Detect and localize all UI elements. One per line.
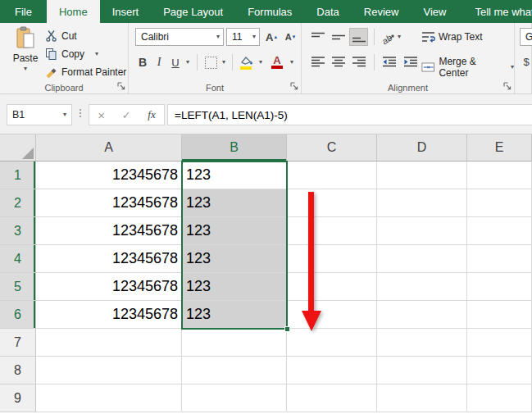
cell-E4[interactable] bbox=[467, 245, 532, 273]
cell-A3[interactable]: 12345678 bbox=[36, 217, 182, 245]
tab-insert[interactable]: Insert bbox=[100, 0, 152, 23]
paste-button[interactable]: Paste ▾ bbox=[5, 26, 46, 90]
row-header-6[interactable]: 6 bbox=[0, 301, 36, 329]
insert-function-icon[interactable]: fx bbox=[148, 108, 155, 121]
wrap-text-button[interactable]: Wrap Text bbox=[421, 30, 483, 43]
cell-D6[interactable] bbox=[377, 301, 467, 329]
format-painter-button[interactable]: Format Painter bbox=[45, 65, 126, 79]
cell-A1[interactable]: 12345678 bbox=[36, 162, 182, 189]
cell-A9[interactable] bbox=[36, 384, 182, 412]
cell-D4[interactable] bbox=[377, 245, 467, 273]
cell-D1[interactable] bbox=[377, 162, 467, 189]
bottom-align-button[interactable] bbox=[349, 28, 368, 46]
decrease-font-size-button[interactable]: A▾ bbox=[281, 28, 299, 46]
number-format-combo[interactable]: Ge bbox=[520, 28, 532, 46]
cut-button[interactable]: Cut bbox=[45, 29, 126, 43]
cell-D2[interactable] bbox=[377, 189, 467, 217]
column-header-C[interactable]: C bbox=[287, 134, 377, 162]
cell-B4[interactable]: 123 bbox=[182, 245, 287, 273]
row-header-8[interactable]: 8 bbox=[0, 357, 36, 384]
cell-C9[interactable] bbox=[287, 384, 377, 412]
cell-C3[interactable] bbox=[287, 217, 377, 245]
font-size-caret-icon[interactable]: ▾ bbox=[252, 34, 256, 40]
cell-D9[interactable] bbox=[377, 384, 467, 412]
clipboard-dialog-launcher[interactable] bbox=[117, 82, 125, 90]
cell-E1[interactable] bbox=[467, 162, 532, 189]
cell-A2[interactable]: 12345678 bbox=[36, 189, 182, 217]
copy-dropdown-caret-icon[interactable]: ▾ bbox=[95, 51, 98, 57]
paste-dropdown-caret-icon[interactable]: ▾ bbox=[24, 66, 27, 72]
row-header-9[interactable]: 9 bbox=[0, 384, 36, 412]
middle-align-button[interactable] bbox=[329, 28, 348, 46]
fill-color-button[interactable] bbox=[237, 52, 255, 72]
font-color-button[interactable]: A bbox=[268, 52, 286, 72]
cell-B7[interactable] bbox=[182, 329, 287, 357]
tab-page-layout[interactable]: Page Layout bbox=[151, 0, 235, 23]
cell-E6[interactable] bbox=[467, 301, 532, 329]
cell-C6[interactable] bbox=[287, 301, 377, 329]
increase-indent-button[interactable] bbox=[401, 52, 420, 71]
row-header-4[interactable]: 4 bbox=[0, 245, 36, 273]
tab-formulas[interactable]: Formulas bbox=[235, 0, 304, 23]
column-header-E[interactable]: E bbox=[467, 134, 532, 162]
cell-B6[interactable]: 123 bbox=[182, 301, 287, 329]
cell-D3[interactable] bbox=[377, 217, 467, 245]
tab-file[interactable]: File bbox=[0, 0, 47, 23]
row-header-3[interactable]: 3 bbox=[0, 217, 36, 245]
align-left-button[interactable] bbox=[308, 52, 327, 71]
cell-B9[interactable] bbox=[182, 384, 287, 412]
cell-C8[interactable] bbox=[287, 357, 377, 384]
cell-A4[interactable]: 12345678 bbox=[36, 245, 182, 273]
cell-E8[interactable] bbox=[467, 357, 532, 384]
font-size-combo[interactable]: 11 ▾ bbox=[226, 28, 260, 46]
fill-handle[interactable] bbox=[284, 326, 290, 332]
tab-review[interactable]: Review bbox=[352, 0, 412, 23]
formula-input[interactable]: =LEFT(A1, LEN(A1)-5) bbox=[167, 104, 532, 125]
row-header-7[interactable]: 7 bbox=[0, 329, 36, 357]
alignment-dialog-launcher[interactable] bbox=[503, 82, 512, 90]
align-center-button[interactable] bbox=[329, 52, 348, 71]
row-header-2[interactable]: 2 bbox=[0, 189, 36, 217]
row-header-1[interactable]: 1 bbox=[0, 162, 36, 189]
cell-B1[interactable]: 123 bbox=[182, 162, 287, 189]
bold-button[interactable]: B bbox=[135, 52, 150, 72]
name-box-caret-icon[interactable]: ▾ bbox=[63, 111, 66, 118]
column-header-D[interactable]: D bbox=[377, 134, 467, 162]
cell-A6[interactable]: 12345678 bbox=[36, 301, 182, 329]
merge-center-button[interactable]: Merge & Center ▾ bbox=[421, 56, 514, 79]
cell-D8[interactable] bbox=[377, 357, 467, 384]
cell-C1[interactable] bbox=[287, 162, 377, 189]
cell-D5[interactable] bbox=[377, 273, 467, 301]
formula-bar-resizer[interactable] bbox=[80, 109, 81, 117]
orientation-button[interactable]: ab ▾ bbox=[379, 28, 402, 46]
copy-button[interactable]: Copy ▾ bbox=[45, 47, 126, 61]
borders-dropdown[interactable]: ▾ bbox=[219, 52, 229, 72]
cell-C4[interactable] bbox=[287, 245, 377, 273]
italic-button[interactable]: I bbox=[152, 52, 166, 72]
cell-E7[interactable] bbox=[467, 329, 532, 357]
merge-center-caret-icon[interactable]: ▾ bbox=[511, 64, 514, 71]
decrease-indent-button[interactable] bbox=[380, 52, 398, 71]
align-right-button[interactable] bbox=[349, 52, 368, 71]
cell-B8[interactable] bbox=[182, 357, 287, 384]
font-name-combo[interactable]: Calibri ▾ bbox=[135, 28, 224, 46]
cell-A7[interactable] bbox=[36, 329, 182, 357]
select-all-button[interactable] bbox=[0, 134, 36, 162]
cell-E9[interactable] bbox=[467, 384, 532, 412]
tab-home[interactable]: Home bbox=[47, 0, 100, 23]
fill-color-dropdown[interactable]: ▾ bbox=[256, 52, 266, 72]
cell-A5[interactable]: 12345678 bbox=[36, 273, 182, 301]
cell-E3[interactable] bbox=[467, 217, 532, 245]
tab-view[interactable]: View bbox=[411, 0, 458, 23]
increase-font-size-button[interactable]: A▴ bbox=[262, 28, 280, 46]
top-align-button[interactable] bbox=[308, 28, 327, 46]
tab-data[interactable]: Data bbox=[304, 0, 351, 23]
cell-C7[interactable] bbox=[287, 329, 377, 357]
column-header-A[interactable]: A bbox=[36, 134, 182, 162]
font-dialog-launcher[interactable] bbox=[290, 82, 298, 90]
font-color-dropdown[interactable]: ▾ bbox=[287, 52, 297, 72]
cell-D7[interactable] bbox=[377, 329, 467, 357]
cell-B5[interactable]: 123 bbox=[182, 273, 287, 301]
underline-button[interactable]: U bbox=[168, 52, 183, 72]
enter-icon[interactable]: ✓ bbox=[122, 109, 131, 121]
